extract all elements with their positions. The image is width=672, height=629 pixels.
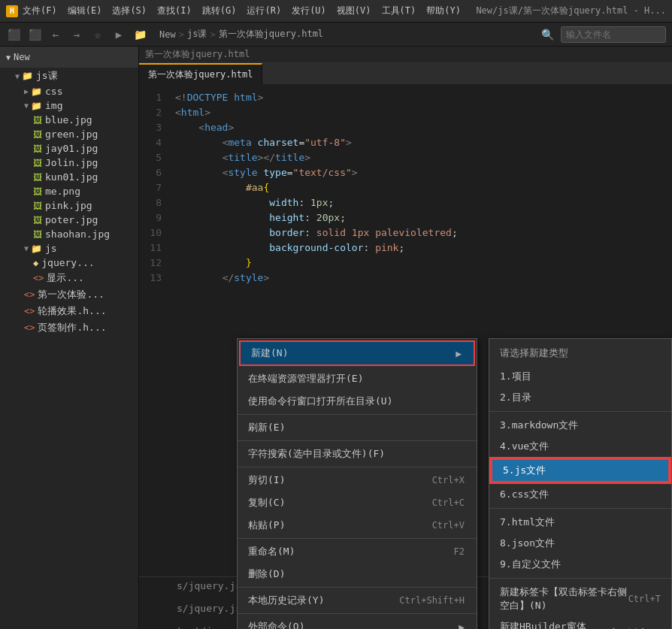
new-type-item-json[interactable]: 8.json文件 xyxy=(489,533,671,554)
tree-item-tabs[interactable]: <> 页签制作.h... xyxy=(0,319,138,336)
new-type-menu: 请选择新建类型 1.项目 2.目录 3.markdown文件 4.vue文件 5… xyxy=(489,338,672,629)
tree-label-blue: blue.jpg xyxy=(45,114,92,125)
menu-find[interactable]: 查找(I) xyxy=(157,5,192,17)
breadcrumb: New > js课 > 第一次体验jquery.html xyxy=(153,28,534,41)
tree-item-poter[interactable]: 🖼 poter.jpg xyxy=(0,213,138,227)
ctx-item-new-arrow: ▶ xyxy=(456,348,462,359)
sidebar: ▼ New ▼ 📁 js课 ▶ 📁 css ▼ 📁 img 🖼 blue.jpg… xyxy=(0,47,139,629)
menu-help[interactable]: 帮助(Y) xyxy=(426,5,461,17)
new-type-item-newtab[interactable]: 新建标签卡【双击标签卡右侧空白】(N) Ctrl+T xyxy=(489,582,671,616)
menu-view[interactable]: 视图(V) xyxy=(337,5,371,17)
tree-item-carousel[interactable]: <> 轮播效果.h... xyxy=(0,303,138,319)
tree-label-css: css xyxy=(45,86,62,97)
new-type-item-dir[interactable]: 2.目录 xyxy=(489,387,671,408)
tree-item-blue[interactable]: 🖼 blue.jpg xyxy=(0,113,138,127)
ctx-menu-item-paste[interactable]: 粘贴(P) Ctrl+V xyxy=(238,514,477,537)
file-icon-blue: 🖼 xyxy=(33,115,42,125)
new-type-item-project[interactable]: 1.项目 xyxy=(489,366,671,387)
ctx-item-cut-label: 剪切(I) xyxy=(248,473,285,487)
tree-item-jolin[interactable]: 🖼 Jolin.jpg xyxy=(0,156,138,170)
menu-jump[interactable]: 跳转(G) xyxy=(202,5,237,17)
menu-tools[interactable]: 工具(T) xyxy=(382,5,416,17)
menu-edit[interactable]: 编辑(E) xyxy=(68,5,102,17)
ctx-item-localhistory-shortcut: Ctrl+Shift+H xyxy=(399,595,465,606)
new-type-newwindow-label: 新建HBuilder窗体(W) xyxy=(500,620,595,629)
file-icon-shaohan: 🖼 xyxy=(33,229,42,240)
ctx-item-externalcmd-label: 外部命令(Q) xyxy=(248,620,304,629)
file-icon-jolin: 🖼 xyxy=(33,158,42,168)
play-btn[interactable]: ▶ xyxy=(111,27,126,42)
toolbar-btn-2[interactable]: ⬛ xyxy=(27,27,42,42)
tree-item-jay01[interactable]: 🖼 jay01.jpg xyxy=(0,141,138,156)
ctx-item-rename-label: 重命名(M) xyxy=(248,545,295,558)
ctx-menu-item-rename[interactable]: 重命名(M) F2 xyxy=(238,540,477,563)
ctx-menu-item-delete[interactable]: 删除(D) xyxy=(238,563,477,585)
tree-label-kun01: kun01.jpg xyxy=(45,171,98,183)
breadcrumb-file[interactable]: 第一次体验jquery.html xyxy=(219,28,323,41)
file-icon-pink: 🖼 xyxy=(33,201,42,211)
tree-item-green[interactable]: 🖼 green.jpg xyxy=(0,127,138,141)
new-type-newtab-shortcut: Ctrl+T xyxy=(628,594,661,604)
tree-label-firstjquery: 第一次体验... xyxy=(38,288,104,301)
new-type-item-custom[interactable]: 9.自定义文件 xyxy=(489,554,671,575)
tree-label-me: me.png xyxy=(45,186,80,197)
toolbar-btn-1[interactable]: ⬛ xyxy=(6,27,21,42)
breadcrumb-sep2: > xyxy=(210,29,215,40)
ctx-item-opencmd-label: 使用命令行窗口打开所在目录(U) xyxy=(248,395,392,408)
ctx-item-copy-label: 复制(C) xyxy=(248,496,285,510)
tree-item-jquery[interactable]: ◆ jquery... xyxy=(0,256,138,270)
ctx-item-copy-shortcut: Ctrl+C xyxy=(432,497,465,508)
new-type-item-vue[interactable]: 4.vue文件 xyxy=(489,436,671,457)
new-type-item-html[interactable]: 7.html文件 xyxy=(489,512,671,533)
folder-icon-css: 📁 xyxy=(31,86,42,97)
tree-item-kun01[interactable]: 🖼 kun01.jpg xyxy=(0,170,138,184)
ctx-menu-item-copy[interactable]: 复制(C) Ctrl+C xyxy=(238,491,477,514)
ctx-menu-item-localhistory[interactable]: 本地历史记录(Y) Ctrl+Shift+H xyxy=(238,589,477,612)
tree-label-jscourse: js课 xyxy=(36,69,58,83)
tree-item-jscourse[interactable]: ▼ 📁 js课 xyxy=(0,68,138,84)
new-type-divider-2 xyxy=(489,508,671,509)
tree-item-img[interactable]: ▼ 📁 img xyxy=(0,98,138,113)
new-type-newtab-label: 新建标签卡【双击标签卡右侧空白】(N) xyxy=(500,585,628,612)
ctx-menu-item-externalcmd[interactable]: 外部命令(Q) ▶ xyxy=(238,615,477,629)
file-search-input[interactable] xyxy=(561,26,666,43)
context-menu: 新建(N) ▶ 在终端资源管理器打开(E) 使用命令行窗口打开所在目录(U) 刷… xyxy=(237,338,477,629)
back-btn[interactable]: ← xyxy=(48,27,63,42)
tree-item-pink[interactable]: 🖼 pink.jpg xyxy=(0,198,138,213)
ctx-menu-item-charsearch[interactable]: 字符搜索(选中目录或文件)(F) xyxy=(238,443,477,465)
menu-publish[interactable]: 发行(U) xyxy=(292,5,326,17)
new-type-item-js[interactable]: 5.js文件 xyxy=(491,458,670,482)
tree-item-firstjquery[interactable]: <> 第一次体验... xyxy=(0,286,138,303)
tree-label-shaohan: shaohan.jpg xyxy=(45,228,110,240)
menu-run[interactable]: 运行(R) xyxy=(247,5,281,17)
breadcrumb-jscourse[interactable]: js课 xyxy=(187,28,207,41)
tree-item-me[interactable]: 🖼 me.png xyxy=(0,184,138,198)
tree-item-css[interactable]: ▶ 📁 css xyxy=(0,84,138,98)
breadcrumb-new[interactable]: New xyxy=(159,29,176,40)
ctx-menu-item-new[interactable]: 新建(N) ▶ xyxy=(241,342,474,364)
collapse-arrow: ▼ xyxy=(6,53,11,62)
ctx-menu-item-cut[interactable]: 剪切(I) Ctrl+X xyxy=(238,469,477,491)
forward-btn[interactable]: → xyxy=(69,27,84,42)
ctx-menu-item-openterminal[interactable]: 在终端资源管理器打开(E) xyxy=(238,367,477,390)
new-type-item-css[interactable]: 6.css文件 xyxy=(489,484,671,505)
new-type-item-markdown[interactable]: 3.markdown文件 xyxy=(489,415,671,436)
ctx-menu-item-opencmd[interactable]: 使用命令行窗口打开所在目录(U) xyxy=(238,390,477,413)
ctx-menu-item-refresh[interactable]: 刷新(E) xyxy=(238,416,477,439)
tree-item-shaohan[interactable]: 🖼 shaohan.jpg xyxy=(0,227,138,241)
menu-file[interactable]: 文件(F) xyxy=(23,5,57,17)
tree-label-green: green.jpg xyxy=(45,129,98,140)
folder-btn[interactable]: 📁 xyxy=(132,27,147,42)
new-type-item-newwindow[interactable]: 新建HBuilder窗体(W) Ctrl+Shift+N xyxy=(489,616,671,629)
ctx-divider-4 xyxy=(238,538,477,539)
file-icon-display: <> xyxy=(33,273,44,283)
folder-arrow-js: ▼ xyxy=(24,244,29,253)
star-btn[interactable]: ☆ xyxy=(90,27,105,42)
tree-item-js[interactable]: ▼ 📁 js xyxy=(0,241,138,256)
menu-select[interactable]: 选择(S) xyxy=(112,5,147,17)
sidebar-header[interactable]: ▼ New xyxy=(0,47,138,68)
tree-item-display[interactable]: <> 显示... xyxy=(0,270,138,286)
ctx-item-externalcmd-arrow: ▶ xyxy=(459,621,465,630)
menu-bar[interactable]: 文件(F) 编辑(E) 选择(S) 查找(I) 跳转(G) 运行(R) 发行(U… xyxy=(23,5,476,17)
ctx-item-delete-label: 删除(D) xyxy=(248,567,285,581)
